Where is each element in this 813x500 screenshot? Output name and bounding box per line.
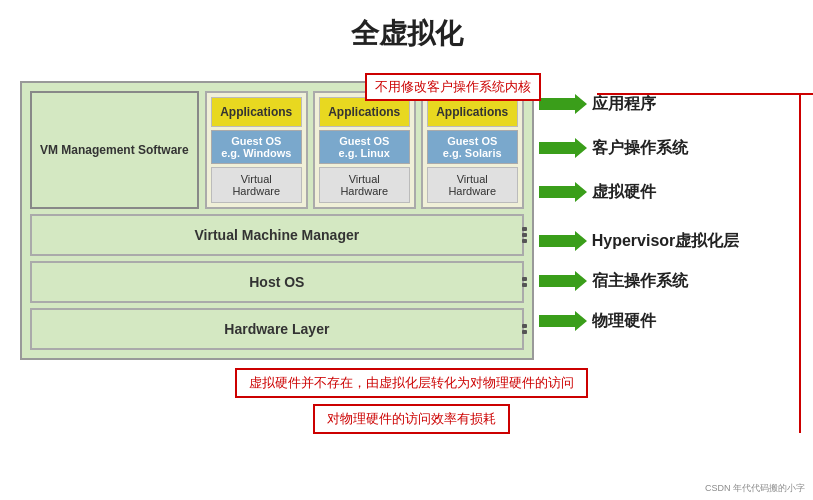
host-os-layer: Host OS [30,261,524,303]
label-virtual-hw: 虚拟硬件 [592,182,656,203]
label-row-virtual-hw: 虚拟硬件 [539,173,740,211]
stack-block: VM Management Software Applications Gues… [20,81,534,360]
svg-marker-5 [539,311,587,331]
label-hypervisor: Hypervisor虚拟化层 [592,231,740,252]
vm-box-2: Applications Guest OS e.g. Linux Virtual… [313,91,416,209]
bottom-note-1: 虚拟硬件并不存在，由虚拟化层转化为对物理硬件的访问 [235,368,588,398]
label-row-physical-hw: 物理硬件 [539,301,740,341]
svg-marker-4 [539,271,587,291]
svg-marker-1 [539,138,587,158]
vm-box-1: Applications Guest OS e.g. Windows Virtu… [205,91,308,209]
bottom-note-2: 对物理硬件的访问效率有损耗 [313,404,510,434]
label-row-host-os: 宿主操作系统 [539,261,740,301]
vms-container: Applications Guest OS e.g. Windows Virtu… [205,91,524,209]
arrow-applications [539,93,587,115]
watermark: CSDN 年代代码搬的小字 [705,482,805,495]
vm2-app: Applications [319,97,410,127]
arrow-hypervisor [539,230,587,252]
label-host-os: 宿主操作系统 [592,271,688,292]
vm3-app: Applications [427,97,518,127]
vm3-virtual-hw: VirtualHardware [427,167,518,203]
vm-box-3: Applications Guest OS e.g. Solaris Virtu… [421,91,524,209]
vm2-virtual-hw: VirtualHardware [319,167,410,203]
page-title: 全虚拟化 [10,15,803,53]
right-labels-column: 应用程序 客户操作系统 虚拟硬件 [539,81,740,341]
bottom-notes: 虚拟硬件并不存在，由虚拟化层转化为对物理硬件的访问 对物理硬件的访问效率有损耗 [20,368,803,434]
top-annotation: 不用修改客户操作系统内核 [365,73,541,101]
vmm-layer: Virtual Machine Manager [30,214,524,256]
vm-management-box: VM Management Software [30,91,199,209]
label-guest-os: 客户操作系统 [592,138,688,159]
label-physical-hw: 物理硬件 [592,311,656,332]
vm1-app: Applications [211,97,302,127]
label-row-app: 应用程序 [539,85,740,123]
arrow-physical-hw [539,310,587,332]
label-applications: 应用程序 [592,94,656,115]
hardware-layer: Hardware Layer [30,308,524,350]
arrow-guest-os [539,137,587,159]
arrow-virtual-hw [539,181,587,203]
svg-marker-0 [539,94,587,114]
right-border-line [799,93,801,433]
main-container: 全虚拟化 不用修改客户操作系统内核 VM Management Software [0,0,813,500]
top-note-box: 不用修改客户操作系统内核 [365,73,541,101]
label-row-hypervisor: Hypervisor虚拟化层 [539,221,740,261]
arrow-host-os [539,270,587,292]
vm1-virtual-hw: VirtualHardware [211,167,302,203]
vm2-guest-os: Guest OS e.g. Linux [319,130,410,164]
vm3-guest-os: Guest OS e.g. Solaris [427,130,518,164]
top-connector-line [597,93,813,95]
svg-marker-3 [539,231,587,251]
vm1-guest-os: Guest OS e.g. Windows [211,130,302,164]
svg-marker-2 [539,182,587,202]
label-row-guest-os: 客户操作系统 [539,129,740,167]
